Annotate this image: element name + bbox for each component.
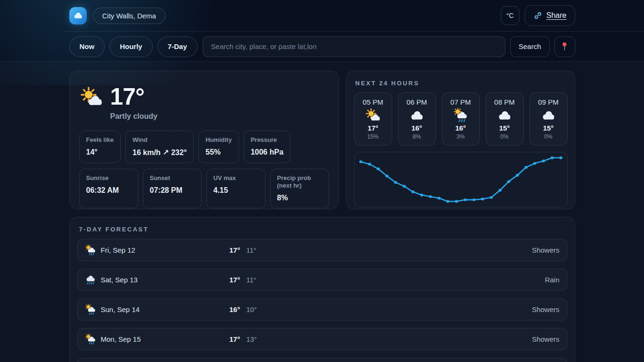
partly-cloudy-icon	[365, 108, 380, 123]
hour-temp: 15°	[499, 124, 510, 132]
cloudy-icon	[497, 108, 512, 123]
tab-now[interactable]: Now	[69, 36, 105, 57]
pushpin-icon	[560, 41, 570, 51]
stat-value: 8%	[277, 194, 322, 202]
forecast-row-partial[interactable]	[77, 358, 567, 362]
hourly-card-09pm: 09 PM 15° 0%	[529, 92, 568, 146]
forecast-high: 17°	[230, 276, 240, 284]
stat-label: Humidity	[206, 136, 232, 144]
tab-now-label: Now	[80, 42, 95, 50]
rain-icon	[85, 274, 96, 286]
stat-label: Feels like	[86, 136, 114, 144]
search-input[interactable]	[203, 36, 505, 57]
forecast-low: 10°	[246, 305, 257, 313]
forecast-condition: Showers	[532, 246, 559, 254]
stat-feels-like: Feels like 14°	[79, 131, 121, 163]
hourly-card-07pm: 07 PM 16° 3%	[442, 92, 480, 146]
hour-temp: 15°	[543, 124, 554, 132]
stats-row-2: Sunrise 06:32 AM Sunset 07:28 PM UV max …	[79, 169, 329, 209]
stat-label: Pressure	[251, 136, 283, 144]
unit-toggle-button[interactable]: °C	[501, 6, 520, 25]
nav-bar: Now Hourly 7-Day Search	[0, 32, 644, 62]
stat-sunset: Sunset 07:28 PM	[143, 169, 202, 209]
cloudy-icon	[541, 108, 556, 123]
hour-precip: 3%	[456, 133, 464, 140]
stat-uv-max: UV max 4.15	[206, 169, 265, 209]
stat-pressure: Pressure 1006 hPa	[244, 131, 290, 163]
stat-value: 16 km/h ↗ 232°	[132, 148, 187, 157]
main-content: 17° Partly cloudy Feels like 14° Wind 16…	[69, 62, 575, 362]
forecast-day: Sat, Sep 13	[101, 276, 230, 284]
stat-wind: Wind 16 km/h ↗ 232°	[125, 131, 194, 163]
current-conditions-card: 17° Partly cloudy Feels like 14° Wind 16…	[69, 71, 339, 209]
hourly-strip[interactable]: 05 PM 17° 15% 06 PM 16° 8% 07 PM 16° 3%	[354, 92, 568, 146]
hour-precip: 0%	[500, 133, 508, 140]
pin-location-button[interactable]	[554, 36, 575, 57]
next-24-hours-title: NEXT 24 HOURS	[355, 80, 568, 87]
cloudy-icon	[409, 108, 424, 123]
hourly-card-08pm: 08 PM 15° 0%	[486, 92, 524, 146]
forecast-low: 11°	[246, 246, 256, 254]
app-logo	[69, 7, 87, 25]
hour-label: 08 PM	[494, 98, 514, 106]
location-label: City Walls, Dema	[102, 12, 156, 20]
cloud-icon	[72, 10, 83, 21]
sun-shower-icon	[85, 304, 96, 315]
hour-temp: 16°	[455, 124, 466, 132]
stat-precip-prob: Precip prob (next hr) 8%	[270, 169, 329, 209]
stat-value: 1006 hPa	[251, 148, 283, 156]
hour-label: 05 PM	[363, 98, 383, 106]
current-condition: Partly cloudy	[110, 112, 157, 121]
sun-shower-icon	[453, 108, 468, 123]
stat-label: Wind	[132, 136, 187, 144]
tab-7day[interactable]: 7-Day	[157, 36, 198, 57]
forecast-day: Mon, Sep 15	[101, 335, 230, 343]
forecast-condition: Showers	[532, 335, 559, 343]
share-label: Share	[546, 11, 567, 20]
stat-value: 07:28 PM	[150, 186, 195, 195]
hourly-sparkline	[355, 152, 567, 207]
stats-row-1: Feels like 14° Wind 16 km/h ↗ 232° Humid…	[79, 131, 329, 163]
hour-label: 09 PM	[538, 98, 558, 106]
forecast-row-mon[interactable]: Mon, Sep 15 17° 13° Showers	[77, 328, 567, 350]
stat-value: 06:32 AM	[86, 186, 131, 195]
stat-value: 55%	[206, 148, 232, 156]
forecast-day: Sun, Sep 14	[101, 305, 230, 313]
hourly-card-06pm: 06 PM 16° 8%	[398, 92, 436, 146]
location-chip[interactable]: City Walls, Dema	[93, 8, 165, 24]
sun-shower-icon	[85, 334, 96, 345]
stat-value: 4.15	[214, 186, 258, 195]
top-bar: City Walls, Dema °C Share	[0, 0, 644, 32]
forecast-row-fri[interactable]: Fri, Sep 12 17° 11° Showers	[77, 239, 567, 261]
partly-cloudy-icon	[80, 86, 103, 109]
forecast-high: 17°	[230, 246, 240, 254]
stat-humidity: Humidity 55%	[198, 131, 239, 163]
forecast-high: 16°	[230, 305, 240, 313]
hour-label: 07 PM	[450, 98, 471, 106]
stat-label: Sunset	[150, 174, 195, 182]
hour-temp: 16°	[412, 124, 422, 132]
search-button-label: Search	[519, 42, 541, 50]
tab-hourly[interactable]: Hourly	[109, 36, 153, 57]
sun-shower-icon	[85, 245, 96, 256]
forecast-low: 13°	[246, 335, 257, 343]
hour-label: 06 PM	[406, 98, 427, 106]
forecast-row-sun[interactable]: Sun, Sep 14 16° 10° Showers	[77, 298, 567, 321]
link-icon	[533, 11, 543, 20]
forecast-day: Fri, Sep 12	[101, 246, 230, 254]
hour-precip: 15%	[367, 133, 379, 140]
unit-label: °C	[506, 12, 514, 19]
forecast-row-sat[interactable]: Sat, Sep 13 17° 11° Rain	[77, 269, 567, 291]
stat-value: 14°	[86, 148, 114, 156]
top-actions: °C Share	[501, 5, 575, 26]
stat-label: UV max	[214, 174, 258, 182]
tab-hourly-label: Hourly	[120, 42, 142, 50]
next-24-hours-card: NEXT 24 HOURS 05 PM 17° 15% 06 PM 16° 8%…	[346, 71, 575, 209]
tab-7day-label: 7-Day	[168, 42, 187, 50]
share-button[interactable]: Share	[525, 5, 575, 26]
stat-label: Precip prob (next hr)	[277, 174, 322, 190]
search-button[interactable]: Search	[510, 36, 550, 57]
hour-temp: 17°	[368, 124, 379, 132]
forecast-condition: Showers	[532, 305, 559, 313]
forecast-condition: Rain	[545, 276, 560, 284]
